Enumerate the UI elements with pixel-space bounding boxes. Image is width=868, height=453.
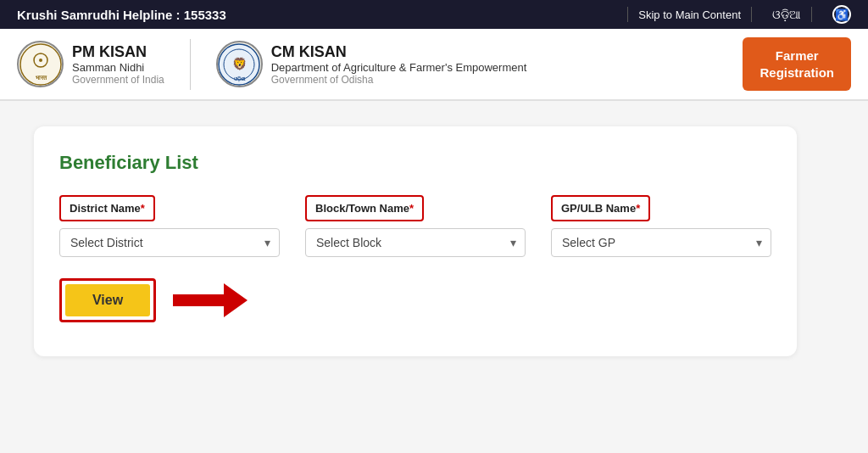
district-select-wrapper[interactable]: Select District ▾	[59, 228, 280, 257]
arrow-body	[173, 294, 224, 306]
helpline-label: Krushi Samrudhi Helpline :	[17, 8, 184, 22]
button-row: View	[59, 278, 771, 322]
helpline-text: Krushi Samrudhi Helpline : 155333	[17, 8, 226, 22]
beneficiary-card: Beneficiary List District Name* Select D…	[34, 126, 797, 356]
view-button[interactable]: View	[65, 284, 150, 316]
top-bar-divider	[627, 7, 628, 22]
pm-kisan-subtitle: Samman Nidhi	[72, 61, 164, 74]
gp-label-text: GP/ULB Name	[561, 202, 636, 215]
india-emblem-icon: भारत	[17, 41, 64, 87]
language-selector[interactable]: ଓଡ଼ିଆ	[772, 8, 801, 22]
gp-select[interactable]: Select GP	[562, 236, 760, 249]
accessibility-button[interactable]: ♿	[832, 5, 851, 24]
block-required-star: *	[409, 202, 414, 215]
gp-select-wrapper[interactable]: Select GP ▾	[551, 228, 771, 257]
svg-point-2	[39, 59, 42, 62]
block-select[interactable]: Select Block	[316, 236, 515, 249]
cm-kisan-text: CM KISAN Department of Agriculture & Far…	[271, 43, 527, 86]
svg-line-10	[45, 55, 46, 56]
block-label: Block/Town Name*	[305, 195, 424, 221]
cm-kisan-subtitle: Department of Agriculture & Farmer's Emp…	[271, 61, 527, 74]
top-bar-divider-3	[811, 7, 812, 22]
farmer-registration-button[interactable]: Farmer Registration	[743, 37, 851, 91]
view-button-wrapper: View	[59, 278, 156, 322]
pm-kisan-text: PM KISAN Samman Nidhi Government of Indi…	[72, 43, 164, 86]
top-bar: Krushi Samrudhi Helpline : 155333 Skip t…	[0, 0, 868, 29]
main-content: Beneficiary List District Name* Select D…	[0, 101, 868, 382]
block-label-text: Block/Town Name	[315, 202, 409, 215]
pm-kisan-govt: Government of India	[72, 74, 164, 86]
district-select[interactable]: Select District	[70, 236, 269, 249]
gp-label: GP/ULB Name*	[551, 195, 650, 221]
gp-required-star: *	[636, 202, 640, 215]
district-label: District Name*	[59, 195, 155, 221]
gp-field-group: GP/ULB Name* Select GP ▾	[551, 195, 771, 257]
district-required-star: *	[141, 202, 145, 215]
district-field-group: District Name* Select District ▾	[59, 195, 280, 257]
cm-kisan-govt: Government of Odisha	[271, 74, 527, 86]
pm-kisan-logo: भारत PM KISAN Samman Nidhi Government of…	[17, 41, 164, 87]
svg-text:भारत: भारत	[35, 75, 47, 81]
block-select-wrapper[interactable]: Select Block ▾	[305, 228, 526, 257]
district-label-text: District Name	[70, 202, 141, 215]
cm-kisan-title: CM KISAN	[271, 43, 527, 61]
svg-text:🦁: 🦁	[232, 57, 248, 71]
arrow-head	[224, 283, 248, 317]
svg-line-9	[45, 64, 46, 65]
helpline-number: 155333	[184, 8, 226, 22]
farmer-reg-line2: Registration	[760, 65, 834, 80]
skip-to-main-link[interactable]: Skip to Main Content	[638, 8, 741, 21]
svg-text:ଓଡ଼ିଶା: ଓଡ଼ିଶା	[234, 76, 246, 82]
top-bar-divider-2	[751, 7, 752, 22]
header-divider	[190, 39, 191, 90]
odisha-emblem-icon: 🦁 ଓଡ଼ିଶା	[216, 41, 263, 87]
svg-line-11	[36, 64, 36, 65]
svg-line-8	[36, 55, 36, 56]
cm-kisan-logo: 🦁 ଓଡ଼ିଶା CM KISAN Department of Agricult…	[216, 41, 527, 87]
pm-kisan-title: PM KISAN	[72, 43, 164, 61]
header: भारत PM KISAN Samman Nidhi Government of…	[0, 29, 868, 101]
arrow-icon	[173, 283, 248, 317]
farmer-reg-line1: Farmer	[776, 48, 819, 63]
form-row: District Name* Select District ▾ Block/T…	[59, 195, 771, 257]
block-field-group: Block/Town Name* Select Block ▾	[305, 195, 526, 257]
card-title: Beneficiary List	[59, 152, 771, 174]
